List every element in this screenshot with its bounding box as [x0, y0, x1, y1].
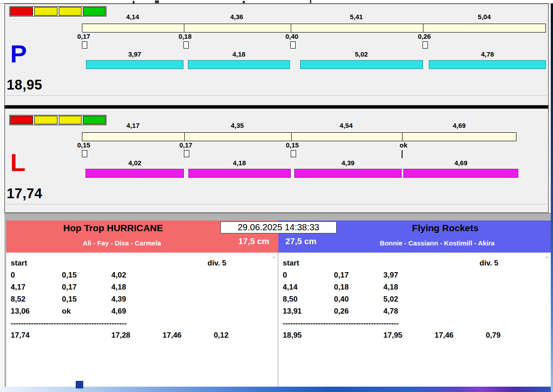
table-cell: 4,18: [383, 283, 398, 292]
table-cell: ok: [62, 307, 71, 316]
split-time-bar: [294, 169, 402, 178]
panel-bevel: [6, 95, 547, 96]
lane-total-time: 17,74: [7, 186, 42, 202]
leg-tick: [291, 24, 291, 32]
table-separator: ----------------------------------------…: [283, 319, 398, 328]
leg-total-bar: [82, 24, 546, 33]
lane-letter: L: [10, 150, 25, 175]
indicator-cell: [10, 116, 33, 124]
reaction-checkbox: [183, 41, 189, 49]
lane-divider: [4, 106, 549, 108]
lane-panel-P: P 18,95 4,140,173,974,360,184,185,410,40…: [4, 4, 549, 106]
table-header-start: start: [11, 259, 27, 268]
reaction-checkbox: [184, 150, 189, 157]
table-cell: 5,02: [383, 295, 398, 304]
split-label: 4,39: [342, 159, 354, 167]
leg-tick: [184, 133, 185, 141]
leg-tick: [291, 133, 292, 141]
handicap-distance: 17,5 cm: [238, 237, 269, 246]
ok-marker: [402, 150, 403, 158]
lane-letter: P: [10, 41, 27, 66]
indicator-cell: [34, 116, 57, 124]
table-total-cell: 17,46: [435, 331, 454, 340]
table-cell: 4,78: [383, 307, 398, 316]
leg-tick: [402, 133, 403, 141]
table-cell: 4,18: [111, 283, 126, 292]
app-window: P 18,95 4,140,173,974,360,184,185,410,40…: [0, 0, 553, 392]
table-cell: 8,50: [283, 295, 297, 304]
cropped-toolbar-artifact: [310, 0, 311, 3]
table-cell: 0: [11, 271, 15, 280]
reaction-checkbox: [423, 41, 428, 49]
taskbar-fragment: [76, 381, 83, 388]
split-time-bar: [300, 60, 423, 69]
split-time-bar: [86, 60, 183, 69]
split-label: 4,69: [455, 159, 468, 167]
table-cell: 4,39: [111, 295, 126, 304]
desktop-edge-strip: [551, 4, 553, 392]
split-time-bar: [188, 60, 290, 69]
table-cell: 0,15: [62, 295, 77, 304]
table-cell: 0: [283, 271, 287, 280]
reaction-checkbox: [82, 41, 87, 49]
team-members: Bonnie - Cassiann - Kostimill - Akira: [326, 239, 549, 247]
table-cell: 13,06: [11, 307, 30, 316]
leg-total-label: 5,41: [350, 13, 363, 20]
indicator-cell: [83, 116, 106, 124]
reaction-label: 0,15: [286, 141, 299, 149]
table-cell: 0,26: [334, 307, 349, 316]
table-total-cell: 17,74: [11, 331, 30, 340]
reaction-label: 0,17: [77, 33, 90, 40]
results-table-right: ^ startdiv. 500,173,974,140,184,188,500,…: [278, 253, 551, 387]
reaction-label: 0,17: [179, 141, 192, 149]
reaction-label: 0,18: [179, 33, 191, 40]
table-cell: 0,40: [334, 295, 349, 304]
lane-panel-L: L 17,74 4,170,154,024,350,174,184,540,15…: [4, 108, 549, 213]
table-cell: 4,14: [283, 283, 297, 292]
table-total-cell: 17,46: [163, 331, 182, 340]
lane-total-time: 18,95: [7, 77, 42, 93]
table-header-div: div. 5: [207, 259, 226, 268]
leg-total-label: 4,69: [453, 122, 466, 129]
scroll-up-icon[interactable]: ^: [272, 255, 275, 261]
leg-tick: [423, 24, 423, 32]
timestamp: 29.06.2025 14:38:33: [220, 221, 337, 233]
table-cell: 0,18: [334, 283, 349, 292]
leg-total-label: 4,54: [340, 122, 353, 129]
indicator-cell: [34, 7, 57, 16]
split-label: 3,97: [128, 50, 141, 58]
reaction-label: 0,40: [285, 33, 298, 40]
split-label: 4,18: [233, 159, 246, 167]
leg-total-bar: [82, 132, 516, 141]
table-total-cell: 18,95: [283, 331, 302, 340]
leg-total-label: 4,17: [126, 122, 139, 129]
table-cell: 0,17: [334, 271, 349, 280]
team-name: Flying Rockets: [338, 223, 552, 233]
cropped-toolbar-artifact: [155, 0, 159, 3]
cropped-toolbar-artifact: [133, 1, 134, 4]
status-indicator: [9, 6, 106, 16]
indicator-cell: [83, 7, 106, 16]
split-time-bar: [429, 60, 546, 69]
table-cell: 8,52: [11, 295, 25, 304]
reaction-checkbox: [291, 150, 296, 157]
scroll-up-icon[interactable]: ^: [545, 255, 548, 261]
cropped-toolbar-strip: [0, 0, 553, 4]
table-cell: 0,17: [62, 283, 77, 292]
table-total-cell: 0,79: [486, 331, 500, 340]
table-cell: 4,02: [111, 271, 126, 280]
split-label: 4,02: [128, 159, 141, 167]
reaction-label: 0,15: [77, 141, 90, 149]
indicator-cell: [10, 7, 33, 16]
table-header-div: div. 5: [480, 259, 498, 268]
reaction-checkbox: [82, 150, 87, 157]
indicator-cell: [59, 116, 81, 124]
leg-total-label: 4,36: [230, 13, 243, 20]
reaction-label: ok: [400, 141, 408, 149]
results-table-left: ^ startdiv. 500,154,024,170,174,188,520,…: [6, 253, 278, 387]
table-cell: 3,97: [383, 271, 398, 280]
leg-tick: [184, 24, 184, 32]
table-header-start: start: [283, 259, 299, 268]
split-time-bar: [403, 169, 518, 178]
split-time-bar: [85, 169, 184, 178]
